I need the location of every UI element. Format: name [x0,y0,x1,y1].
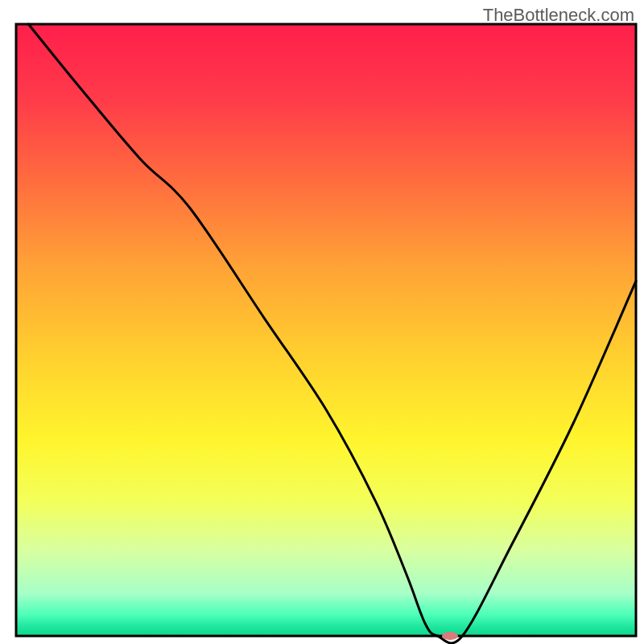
bottleneck-chart: TheBottleneck.com [0,0,644,644]
watermark-label: TheBottleneck.com [483,5,634,26]
plot-background [16,24,636,636]
chart-svg [0,0,644,644]
optimal-marker [442,632,458,640]
